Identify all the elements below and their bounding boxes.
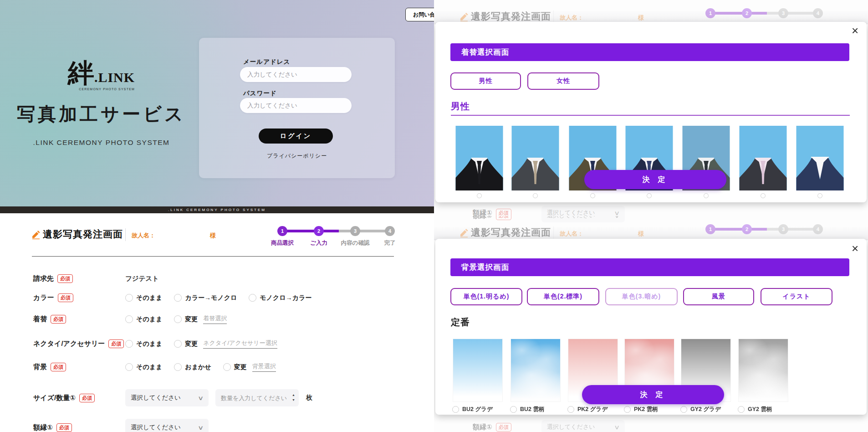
background-swatch-1[interactable]: [453, 339, 502, 401]
radio-icon[interactable]: [125, 363, 133, 371]
necktie-select-link[interactable]: ネクタイ/アクセサリー選択: [203, 339, 277, 349]
step-2-dot: 2: [314, 226, 324, 236]
radio-icon[interactable]: [125, 340, 133, 348]
billing-value: フジテスト: [125, 274, 159, 283]
frame-label: 額縁①: [33, 423, 53, 432]
radio-icon[interactable]: [174, 294, 182, 302]
section-underline: [451, 115, 850, 116]
app-root: お問い合わせ 絆 .LINK CEREMONY PHOTO SYSTEM 写真加…: [0, 0, 868, 432]
radio-icon[interactable]: [567, 406, 574, 413]
suit-thumbnail-1[interactable]: [455, 126, 503, 190]
background-option-change[interactable]: 変更: [223, 363, 247, 371]
radio-icon[interactable]: [680, 406, 687, 413]
suit-radio[interactable]: [817, 193, 822, 198]
suit-radio[interactable]: [761, 193, 766, 198]
clothing-row: 着替 必須 そのまま 変更 着替選択: [33, 314, 227, 324]
step-4-label: 完了: [384, 239, 396, 247]
necktie-option-asis[interactable]: そのまま: [125, 340, 162, 348]
radio-icon[interactable]: [452, 406, 459, 413]
radio-icon[interactable]: [174, 315, 182, 323]
background-decide-button[interactable]: 決 定: [582, 385, 724, 404]
background-option-asis[interactable]: そのまま: [125, 363, 162, 371]
spinner-arrows-icon[interactable]: ▲▼: [292, 393, 295, 402]
step-2-label: ご入力: [310, 239, 327, 247]
color-option-to-mono[interactable]: カラー→モノクロ: [174, 294, 237, 302]
suit-radio[interactable]: [477, 193, 482, 198]
standard-section-heading: 定番: [451, 316, 470, 329]
email-input[interactable]: [240, 67, 352, 82]
honorific-label: 様: [210, 231, 216, 240]
necktie-row: ネクタイ/アクセサリー 必須 そのまま 変更 ネクタイ/アクセサリー選択: [33, 339, 277, 349]
privacy-policy-link[interactable]: プライバシーポリシー: [199, 152, 395, 160]
password-input[interactable]: [240, 98, 352, 113]
background-select-link[interactable]: 背景選択: [252, 362, 276, 372]
background-option-auto[interactable]: おまかせ: [174, 363, 211, 371]
quantity-input[interactable]: [215, 389, 299, 406]
gender-male-button[interactable]: 男性: [450, 72, 521, 90]
backdrop-frame-row-clipped: 額縁① 必須 選択してください∨: [473, 216, 625, 222]
radio-icon[interactable]: [738, 406, 745, 413]
color-option-asis[interactable]: そのまま: [125, 294, 162, 302]
clothing-option-change[interactable]: 変更: [174, 315, 198, 324]
radio-icon[interactable]: [624, 406, 631, 413]
radio-icon[interactable]: [510, 406, 517, 413]
email-label: メールアドレス: [243, 58, 290, 66]
required-badge: 必須: [79, 394, 95, 402]
radio-icon[interactable]: [125, 294, 133, 302]
necktie-option-change[interactable]: 変更: [174, 340, 198, 348]
suit-radio[interactable]: [590, 193, 595, 198]
unit-label: 枚: [306, 394, 312, 402]
required-badge: 必須: [58, 293, 73, 302]
contact-button[interactable]: お問い合わせ: [405, 8, 434, 21]
frame-select[interactable]: 選択してください ∨: [125, 419, 209, 432]
suit-radio[interactable]: [647, 193, 652, 198]
swatch-label-4[interactable]: PK2 雲柄: [624, 406, 658, 413]
color-option-to-color[interactable]: モノクロ→カラー: [249, 294, 311, 302]
radio-icon[interactable]: [174, 363, 182, 371]
size-qty-row: サイズ/数量① 必須 選択してください ∨ ▲▼ 枚: [33, 389, 312, 406]
step-3-dot: 3: [350, 226, 360, 236]
required-badge: 必須: [51, 363, 66, 371]
necktie-label: ネクタイ/アクセサリー: [33, 339, 105, 348]
filter-scenery-button[interactable]: 風景: [683, 288, 754, 305]
service-subtitle: .LINK CEREMONY PHOTO SYSTEM: [33, 139, 169, 147]
radio-icon[interactable]: [249, 294, 256, 302]
filter-solid-standard-button[interactable]: 単色(2.標準): [527, 288, 599, 305]
required-badge: 必須: [56, 423, 72, 432]
filter-illustration-button[interactable]: イラスト: [761, 288, 832, 305]
login-button[interactable]: ログイン: [259, 129, 333, 144]
swatch-label-1[interactable]: BU2 グラデ: [452, 406, 493, 413]
gender-female-button[interactable]: 女性: [527, 72, 599, 90]
close-icon[interactable]: ×: [852, 25, 858, 36]
size-select[interactable]: 選択してください ∨: [125, 389, 209, 406]
radio-icon[interactable]: [125, 315, 133, 323]
filter-solid-dark-button[interactable]: 単色(3.暗め): [605, 288, 678, 305]
suit-thumbnail-7[interactable]: [796, 126, 844, 190]
suit-radio[interactable]: [704, 193, 709, 198]
suit-radio[interactable]: [533, 193, 538, 198]
header-rule: [32, 256, 394, 257]
suit-thumbnail-6[interactable]: [739, 126, 787, 190]
swatch-label-6[interactable]: GY2 雲柄: [738, 406, 772, 413]
brand-logo: 絆 .LINK CEREMONY PHOTO SYSTEM: [68, 60, 135, 91]
clothing-option-asis[interactable]: そのまま: [125, 315, 162, 324]
swatch-label-2[interactable]: BU2 雲柄: [510, 406, 544, 413]
backdrop-header-band: [434, 227, 868, 240]
clothing-decide-button[interactable]: 決 定: [584, 170, 726, 189]
clothing-select-link[interactable]: 着替選択: [203, 314, 227, 324]
suit-thumbnail-2[interactable]: [511, 126, 559, 190]
radio-icon[interactable]: [174, 340, 182, 348]
step-1-label: 商品選択: [271, 239, 294, 247]
required-badge: 必須: [57, 274, 73, 283]
right-column: 遺影写真発注画面 故人名： 様 1 2 3 4 額縁① 必須 選択してください∨: [434, 0, 868, 432]
chevron-down-icon: ∨: [198, 424, 204, 431]
swatch-label-3[interactable]: PK2 グラデ: [567, 406, 608, 413]
radio-icon[interactable]: [223, 363, 231, 371]
swatch-label-5[interactable]: GY2 グラデ: [680, 406, 721, 413]
male-section-heading: 男性: [451, 100, 470, 113]
background-swatch-2[interactable]: [511, 339, 560, 401]
stepper-bar-2: [319, 230, 355, 232]
close-icon[interactable]: ×: [852, 242, 858, 254]
filter-solid-bright-button[interactable]: 単色(1.明るめ): [450, 288, 522, 305]
background-swatch-6[interactable]: [739, 339, 788, 401]
